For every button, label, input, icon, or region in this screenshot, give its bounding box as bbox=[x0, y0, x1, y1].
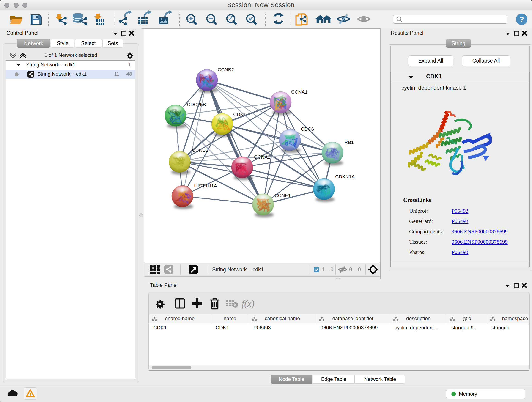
svg-text:CDKN1A: CDKN1A bbox=[335, 174, 355, 179]
svg-text:RB1: RB1 bbox=[344, 140, 354, 145]
svg-text:0 – 0: 0 – 0 bbox=[349, 267, 361, 273]
svg-text:1 – 0: 1 – 0 bbox=[322, 267, 333, 273]
svg-text:CDC25B: CDC25B bbox=[187, 102, 206, 107]
svg-text:CDC6: CDC6 bbox=[301, 126, 314, 132]
svg-text:CCNB1: CCNB1 bbox=[192, 147, 208, 153]
svg-text:HIST1H1A: HIST1H1A bbox=[194, 183, 217, 188]
svg-text:CCNA1: CCNA1 bbox=[291, 89, 307, 95]
svg-text:CCNA2: CCNA2 bbox=[254, 154, 270, 160]
svg-text:CDK1: CDK1 bbox=[233, 112, 246, 117]
svg-text:f(x): f(x) bbox=[242, 298, 254, 309]
svg-text:String Network – cdk1: String Network – cdk1 bbox=[212, 267, 264, 273]
svg-text:CCNB2: CCNB2 bbox=[218, 67, 234, 72]
svg-text:CCNE1: CCNE1 bbox=[274, 193, 291, 198]
